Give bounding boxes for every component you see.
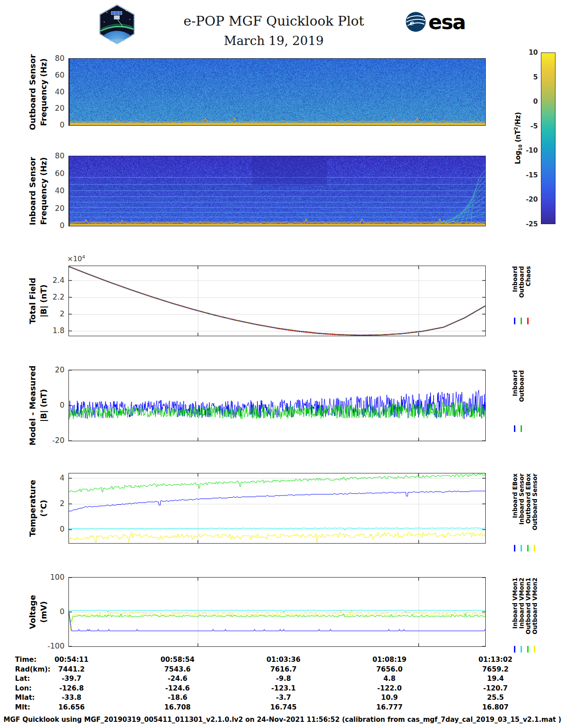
legend-label: Outboard	[518, 370, 525, 402]
legend-item: Outboard	[518, 266, 525, 324]
voltage-plot-canvas	[69, 578, 485, 646]
legend: InboardOutboardChaos	[511, 266, 531, 324]
table-cell: 16.807	[442, 703, 548, 711]
table-cell: -9.8	[230, 675, 336, 683]
table-cell: 10.9	[336, 694, 442, 702]
legend: Inboard VMon1Inboard VMon2Outboard VMon1…	[511, 578, 538, 653]
table-cell: 7616.7	[230, 665, 336, 673]
table-cell: 16.745	[230, 703, 336, 711]
table-cell: -123.1	[230, 684, 336, 692]
legend-swatch	[534, 646, 535, 653]
table-cell: 01:13:02	[442, 656, 548, 664]
table-row: Lat:-39.7-24.6-9.84.819.4	[0, 675, 563, 684]
table-cell: 4.8	[336, 675, 442, 683]
panel-temperature: 420Temperature(°C)Inboard EBoxInboard Se…	[68, 473, 486, 544]
table-cell: 16.777	[336, 703, 442, 711]
legend-swatch	[521, 646, 522, 653]
table-cell: -3.7	[230, 694, 336, 702]
colorbar-tick-label: -20	[505, 195, 538, 203]
table-cell: 01:03:36	[230, 656, 336, 664]
legend-item: Outboard VMon1	[525, 578, 531, 653]
legend-swatch	[514, 646, 515, 653]
legend-swatch	[527, 545, 529, 552]
panel-voltage: 1000-100Voltage(mV)Inboard VMon1Inboard …	[68, 577, 486, 647]
table-cell: 16.656	[19, 703, 125, 711]
legend-swatch	[521, 318, 522, 324]
table-cell: -122.0	[336, 684, 442, 692]
table-row: Mlt:16.65616.70816.74516.77716.807	[0, 703, 563, 713]
y-axis-label: Inboard SensorFrequency (Hz)	[25, 156, 51, 226]
table-row: Time:00:54:1100:58:5401:03:3601:08:1901:…	[0, 656, 563, 665]
y-axis-label: Total Field|B| (nT)	[25, 266, 51, 336]
colorbar-tick-label: 0	[505, 98, 538, 105]
table-cell: -124.6	[125, 684, 230, 692]
panel-model-measured: 200-20Model - Measured|B| (nT)InboardOut…	[68, 370, 486, 441]
y-axis-label: Outboard SensorFrequency (Hz)	[25, 59, 51, 125]
legend-swatch	[514, 545, 515, 552]
legend-label: Outboard EBox	[525, 473, 532, 524]
y-axis-exponent-label: ×104	[67, 254, 85, 263]
legend-item: Inboard	[511, 370, 518, 432]
legend-swatch	[527, 646, 529, 653]
table-cell: 25.5	[442, 694, 548, 702]
table-cell: 00:58:54	[125, 656, 230, 664]
y-axis-label: Model - Measured|B| (nT)	[25, 370, 51, 441]
table-cell: -24.6	[125, 675, 230, 683]
legend-item: Outboard Sensor	[531, 473, 538, 552]
legend-swatch	[521, 545, 522, 552]
legend-item: Inboard VMon2	[518, 578, 525, 653]
page-title: e-POP MGF Quicklook Plot	[0, 13, 548, 29]
legend-label: Outboard	[518, 266, 525, 298]
table-row: Rad(km):7441.27543.67616.77656.07659.2	[0, 665, 563, 675]
esa-logo: e esa	[405, 11, 465, 32]
legend-label: Inboard VMon1	[511, 578, 518, 629]
y-axis-label: Voltage(mV)	[25, 578, 51, 646]
table-cell: -120.7	[442, 684, 548, 692]
legend-item: Inboard EBox	[511, 473, 518, 552]
footer-provenance-text: MGF Quicklook using MGF_20190319_005411_…	[4, 716, 561, 724]
table-cell: -33.8	[19, 694, 125, 702]
colorbar-tick-label: 10	[505, 49, 538, 56]
legend-item: Outboard VMon2	[531, 578, 538, 653]
legend-label: Inboard Sensor	[518, 473, 525, 525]
legend-item: Outboard EBox	[525, 473, 531, 552]
table-cell: -126.8	[19, 684, 125, 692]
plot-date: March 19, 2019	[0, 34, 548, 48]
legend-item: Inboard VMon1	[511, 578, 518, 653]
temperature-plot-canvas	[69, 473, 485, 543]
legend-swatch	[514, 318, 515, 324]
outboard-spec-plot-canvas	[69, 59, 485, 125]
legend-swatch	[534, 545, 535, 552]
legend-label: Inboard VMon2	[518, 578, 525, 629]
colorbar-tick-label: -5	[505, 122, 538, 130]
legend-swatch	[514, 425, 515, 432]
legend-swatch	[527, 318, 529, 324]
y-axis-label: Temperature(°C)	[25, 473, 51, 543]
colorbar	[541, 53, 555, 224]
table-cell: 00:54:11	[19, 656, 125, 664]
esa-emblem-icon: e	[405, 11, 426, 32]
table-cell: 7543.6	[125, 665, 230, 673]
model-measured-plot-canvas	[69, 370, 485, 441]
table-cell: 16.708	[125, 703, 230, 711]
legend-label: Chaos	[525, 266, 532, 286]
panel-total-field: 2.42.221.8Total Field|B| (nT)×104Inboard…	[68, 266, 486, 336]
colorbar-tick-label: -15	[505, 171, 538, 179]
table-cell: -18.6	[125, 694, 230, 702]
colorbar-tick-label: -10	[505, 146, 538, 154]
ephemeris-table: Time:00:54:1100:58:5401:03:3601:08:1901:…	[0, 656, 563, 715]
quicklook-figure: CASSIOPE e-POP MGF Quicklook Plot March …	[0, 0, 563, 728]
legend-item: Inboard	[511, 266, 518, 324]
esa-wordmark: esa	[428, 12, 465, 32]
legend-label: Outboard VMon1	[525, 578, 532, 634]
legend-swatch	[521, 425, 522, 432]
legend-label: Outboard VMon2	[531, 578, 538, 634]
legend-item: Inboard Sensor	[518, 473, 525, 552]
colorbar-tick-label: -25	[505, 220, 538, 228]
table-cell: 7441.2	[19, 665, 125, 673]
legend-item: Outboard	[518, 370, 525, 432]
table-cell: 19.4	[442, 675, 548, 683]
table-cell: 7656.0	[336, 665, 442, 673]
panel-inboard-spectrogram: 806040200Inboard SensorFrequency (Hz)	[68, 156, 486, 226]
total-field-plot-canvas	[69, 266, 485, 336]
